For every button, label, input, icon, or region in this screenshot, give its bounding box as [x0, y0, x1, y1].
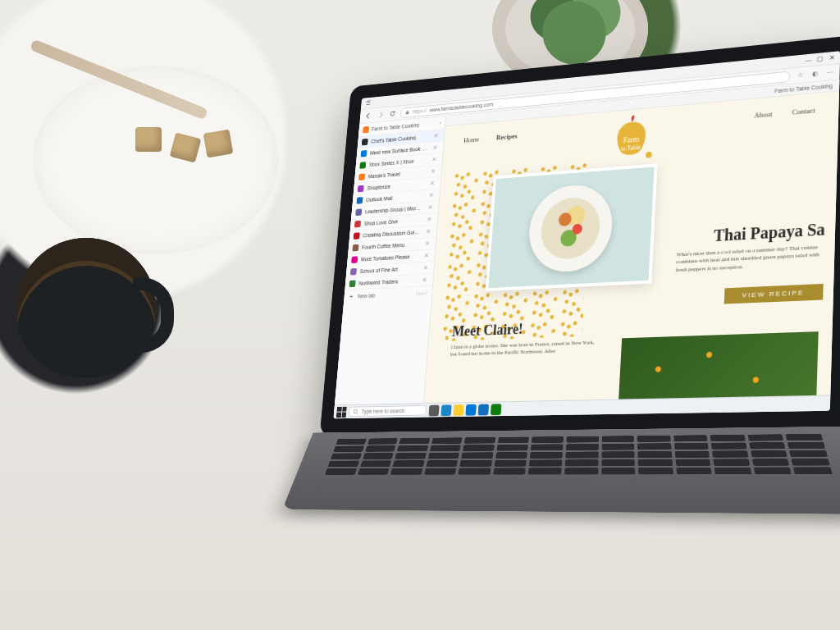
close-tab-icon[interactable]: ✕	[423, 240, 431, 247]
search-icon	[353, 409, 358, 415]
close-tab-icon[interactable]: ✕	[430, 156, 438, 163]
nav-recipes[interactable]: Recipes	[496, 132, 518, 141]
svg-point-1	[646, 152, 652, 158]
favicon-icon	[352, 244, 358, 252]
tab-label: Shoptimize	[367, 181, 425, 191]
taskbar-search[interactable]: Type here to search	[349, 405, 427, 417]
taskbar-search-placeholder: Type here to search	[361, 408, 404, 414]
favicon-icon	[354, 232, 360, 240]
close-tab-icon[interactable]: ✕	[428, 180, 436, 187]
nav-home[interactable]: Home	[463, 135, 480, 144]
svg-rect-0	[406, 112, 409, 114]
nav-contact[interactable]: Contact	[792, 106, 815, 116]
salad-illustration	[539, 196, 601, 261]
prop-sugar-cube	[135, 127, 162, 152]
refresh-button[interactable]	[388, 109, 397, 119]
tab-label: Northwind Traders	[358, 278, 418, 286]
prop-succulent	[525, 0, 623, 66]
tab-label: Meet new Surface Book 3or 15.5"	[370, 146, 428, 156]
close-tab-icon[interactable]: ✕	[427, 192, 436, 199]
profile-icon[interactable]: ◐	[810, 69, 819, 80]
favicon-icon	[349, 281, 356, 288]
header-favicon-icon	[363, 126, 369, 134]
screen: ☰ ― ▢ ✕ https:// w	[333, 51, 840, 418]
laptop: ☰ ― ▢ ✕ https:// w	[302, 31, 840, 630]
forward-button[interactable]	[376, 110, 385, 119]
view-recipe-button[interactable]: VIEW RECIPE	[724, 284, 823, 304]
window-close-icon[interactable]: ✕	[829, 54, 835, 62]
laptop-bezel: ☰ ― ▢ ✕ https:// w	[320, 35, 840, 436]
taskbar-app-app[interactable]	[491, 404, 502, 415]
back-button[interactable]	[363, 112, 372, 121]
page-content[interactable]: Home Recipes About Contact	[424, 91, 839, 403]
start-button[interactable]	[336, 406, 347, 417]
svg-text:Farm: Farm	[623, 135, 639, 144]
taskbar-app-explorer[interactable]	[453, 404, 463, 416]
window-menu-icon[interactable]: ☰	[365, 100, 371, 107]
meet-heading: Meet Claire!	[451, 321, 523, 340]
close-tab-icon[interactable]: ✕	[432, 132, 441, 139]
prop-sugar-cube	[203, 129, 234, 158]
close-tab-icon[interactable]: ✕	[429, 167, 437, 175]
vertical-tabs-title: Farm to Table Cooking	[372, 121, 437, 131]
tab-label: Margie's Travel	[368, 169, 427, 179]
plus-icon: ＋	[348, 293, 354, 300]
plate-icon	[527, 182, 614, 273]
address-text: www.farmtotablecooking.com	[429, 102, 493, 113]
nav-about[interactable]: About	[754, 110, 773, 120]
tab-label: Fourth Coffee Menu	[362, 241, 421, 250]
taskbar-app-edge[interactable]	[441, 404, 451, 416]
recipe-description: What's nicer than a cool salad on a summ…	[676, 244, 825, 275]
page-viewport: Farm to Table Cooking Home Recipes About…	[424, 80, 840, 403]
browser-workarea: Farm to Table Cooking ‹ Chef's Table Coo…	[335, 80, 839, 404]
tab-label: More Tomatoes Please	[361, 253, 420, 262]
hero-recipe-photo	[486, 163, 658, 291]
favicon-icon	[354, 221, 361, 228]
new-tab-label: New tab	[358, 293, 376, 299]
favicon-icon	[359, 162, 366, 169]
favicon-icon	[358, 173, 365, 180]
favicon-icon	[362, 139, 368, 146]
close-tab-icon[interactable]: ✕	[426, 216, 434, 223]
laptop-keyboard	[282, 427, 840, 514]
new-tab-shortcut: Ctrl+T	[416, 290, 428, 295]
favicon-icon	[350, 268, 357, 276]
orchard-photo	[616, 331, 819, 403]
address-prefix: https://	[413, 107, 427, 114]
window-maximize-icon[interactable]: ▢	[817, 56, 824, 63]
close-tab-icon[interactable]: ✕	[427, 203, 435, 211]
taskbar-app-store[interactable]	[465, 404, 476, 415]
chevron-left-icon[interactable]: ‹	[439, 121, 441, 126]
close-tab-icon[interactable]: ✕	[422, 264, 430, 272]
close-tab-icon[interactable]: ✕	[422, 252, 431, 259]
close-tab-icon[interactable]: ✕	[421, 276, 429, 284]
favicon-icon	[358, 185, 364, 193]
meet-body: Claire is a globe trotter. She was born …	[450, 339, 600, 358]
svg-point-4	[354, 409, 357, 413]
favorites-icon[interactable]: ☆	[795, 70, 805, 80]
tab-label: Leadership Group | Microsoft	[365, 205, 423, 214]
favicon-icon	[361, 150, 368, 158]
taskbar-app-mail[interactable]	[478, 404, 490, 415]
recipe-title: Thai Papaya Sa	[714, 220, 826, 245]
lock-icon	[405, 109, 410, 115]
favicon-icon	[356, 197, 363, 204]
close-tab-icon[interactable]: ✕	[431, 144, 440, 152]
tab-label: Outlook Mail	[366, 194, 424, 203]
close-tab-icon[interactable]: ✕	[424, 228, 432, 235]
window-minimize-icon[interactable]: ―	[806, 57, 812, 64]
tab-label: Creating Discussion Guidelines	[363, 229, 421, 238]
taskbar-app-task-view[interactable]	[428, 404, 439, 416]
more-icon[interactable]: ⋯	[824, 67, 835, 78]
prop-coffee-mug	[16, 238, 156, 377]
favicon-icon	[351, 256, 358, 263]
tab-label: School of Fine Art	[359, 266, 418, 274]
tab-label: Shop Love Give	[364, 217, 422, 226]
site-logo[interactable]: Farm to Table	[602, 112, 660, 166]
tab-label: Xbox Series X | Xbox	[369, 158, 427, 167]
favicon-icon	[355, 208, 362, 216]
